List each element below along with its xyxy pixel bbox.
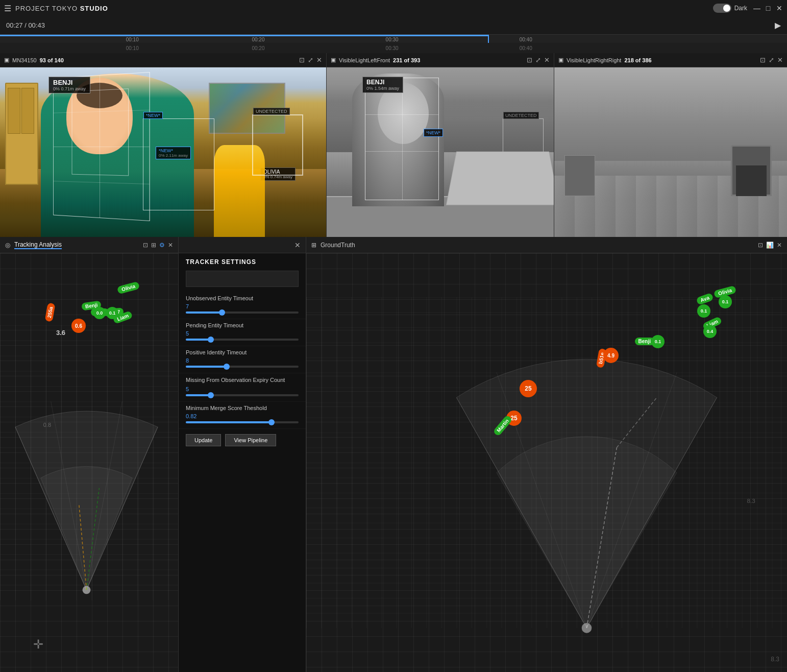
- main-camera-panel: ▣ MN34150 93 of 140 ⊡ ⤢ ✕: [0, 53, 327, 237]
- tracking-analysis-panel: ◎ Tracking Analysis ⊡ ⊞ ⚙ ✕: [0, 237, 179, 672]
- setting-unobserved: Unobserved Entity Timeout 7: [179, 292, 306, 319]
- entity-49-right: 4.9: [603, 348, 619, 363]
- gt-panel-header: ⊞ GroundTruth ⊡ 📊 ✕: [306, 237, 787, 253]
- left-cam-icon: ▣: [331, 57, 336, 63]
- pending-slider-track[interactable]: [186, 339, 299, 341]
- positive-label: Positive Identity Timeout: [186, 349, 299, 355]
- left-close-icon[interactable]: ✕: [544, 56, 550, 64]
- entity-01-right: 0.1: [719, 295, 732, 308]
- unobserved-label: Unobserved Entity Timeout: [186, 295, 299, 301]
- minimize-button[interactable]: —: [753, 5, 760, 12]
- main-camera-content: BENJI 0% 0.71m away *NEW* 0% 2.11m away …: [0, 67, 326, 237]
- merge-value: 0.82: [186, 413, 299, 419]
- tracking-settings-icon[interactable]: ⚙: [159, 242, 165, 249]
- scale-36: 3.6: [56, 329, 65, 337]
- svg-text:0.8: 0.8: [43, 422, 51, 428]
- current-timecode: 00:27 / 00:43: [6, 21, 45, 29]
- merge-slider-track[interactable]: [186, 421, 299, 423]
- left-camera-content: BENJI 0% 1.54m away UNDETECTED *NEW*: [327, 67, 554, 237]
- right-save-icon[interactable]: ⊡: [760, 56, 766, 64]
- update-button[interactable]: Update: [186, 434, 221, 446]
- gt-save-icon[interactable]: ⊡: [758, 242, 763, 249]
- undetected-box: UNDETECTED: [252, 114, 303, 176]
- ruler-mark-10: 00:10: [126, 37, 139, 42]
- ruler2-mark-40: 00:40: [520, 45, 532, 51]
- entity-25a-right: 25: [520, 380, 537, 397]
- main-cam-name: MN34150: [12, 57, 37, 63]
- tracking-panel-header: ◎ Tracking Analysis ⊡ ⊞ ⚙ ✕: [0, 237, 178, 253]
- setting-positive: Positive Identity Timeout 8: [179, 346, 306, 373]
- missing-slider-thumb[interactable]: [208, 392, 214, 398]
- merge-slider-thumb[interactable]: [268, 419, 275, 425]
- benji-bw-label: BENJI 0% 1.54m away: [362, 77, 403, 93]
- left-fullscreen-icon[interactable]: ⤢: [535, 56, 541, 64]
- positive-value: 8: [186, 357, 299, 364]
- pending-slider-fill: [186, 339, 211, 341]
- right-cam-frame: 218 of 386: [624, 57, 651, 63]
- close-button[interactable]: ✕: [776, 5, 783, 12]
- right-fullscreen-icon[interactable]: ⤢: [769, 56, 774, 64]
- unobserved-slider-fill: [186, 311, 222, 314]
- unobserved-slider-track[interactable]: [186, 311, 299, 314]
- close-panel-icon[interactable]: ✕: [316, 56, 322, 64]
- pending-slider-thumb[interactable]: [208, 337, 214, 343]
- play-button[interactable]: ▶: [775, 20, 781, 30]
- new-bw-label: *NEW*: [424, 129, 443, 137]
- timeline-top: 00:27 / 00:43 ▶: [0, 16, 787, 35]
- crosshair-icon: ✛: [33, 637, 43, 652]
- settings-preview-bar: [186, 271, 299, 287]
- setting-merge: Minimum Merge Score Theshold 0.82: [179, 402, 306, 429]
- svg-text:8.3: 8.3: [747, 497, 756, 504]
- gt-chart-icon[interactable]: 📊: [766, 242, 774, 249]
- tracking-grid-icon[interactable]: ⊞: [151, 242, 156, 249]
- main-camera-header: ▣ MN34150 93 of 140 ⊡ ⤢ ✕: [0, 53, 326, 67]
- right-camera-header: ▣ VisibleLightRightRight 218 of 386 ⊡ ⤢ …: [554, 53, 787, 67]
- positive-slider-thumb[interactable]: [224, 364, 230, 370]
- ruler-mark-30: 00:30: [386, 37, 399, 42]
- merge-slider-fill: [186, 421, 272, 423]
- settings-buttons: Update View Pipeline: [179, 429, 306, 451]
- missing-value: 5: [186, 386, 299, 392]
- left-camera-header: ▣ VisibleLightLeftFront 231 of 393 ⊡ ⤢ ✕: [327, 53, 554, 67]
- gt-icon: ⊞: [311, 242, 316, 249]
- right-cam-name: VisibleLightRightRight: [567, 57, 621, 63]
- entity-06-left: 0.6: [71, 319, 86, 333]
- dark-mode-toggle[interactable]: Dark: [713, 4, 747, 13]
- settings-close-button[interactable]: ✕: [294, 241, 301, 249]
- unobserved-slider-thumb[interactable]: [219, 309, 225, 316]
- right-close-icon[interactable]: ✕: [777, 56, 783, 64]
- positive-slider-track[interactable]: [186, 366, 299, 368]
- toggle-switch[interactable]: [713, 4, 731, 13]
- entity-01a-left: 0.1: [106, 307, 118, 319]
- positive-slider-fill: [186, 366, 227, 368]
- benji-detection-label: BENJI 0% 0.71m away: [48, 77, 90, 93]
- view-pipeline-button[interactable]: View Pipeline: [225, 434, 276, 446]
- setting-missing: Missing From Observation Expiry Count 5: [179, 373, 306, 402]
- left-save-icon[interactable]: ⊡: [527, 56, 532, 64]
- missing-slider-track[interactable]: [186, 394, 299, 396]
- save-frame-icon[interactable]: ⊡: [299, 56, 305, 64]
- timeline-ruler[interactable]: 00:10 00:20 00:30 00:40 ▼ 00:10 00:20 00…: [0, 35, 787, 53]
- tracking-close-icon[interactable]: ✕: [168, 242, 173, 249]
- maximize-button[interactable]: □: [765, 5, 772, 12]
- fullscreen-icon[interactable]: ⤢: [308, 56, 313, 64]
- setting-pending: Pending Entity Timeout 5: [179, 319, 306, 346]
- tracking-tab-label[interactable]: Tracking Analysis: [14, 241, 62, 249]
- settings-panel: ✕ TRACKER SETTINGS Unobserved Entity Tim…: [179, 237, 306, 672]
- bottom-area: ◎ Tracking Analysis ⊡ ⊞ ⚙ ✕: [0, 237, 787, 672]
- entity-04-right: 0.4: [703, 325, 717, 338]
- gt-tab-label[interactable]: GroundTruth: [321, 242, 355, 249]
- gt-close-icon[interactable]: ✕: [777, 242, 782, 249]
- unobserved-value: 7: [186, 303, 299, 309]
- tracking-icon: ◎: [5, 242, 10, 249]
- gt-radar-svg: 8.3: [306, 253, 787, 672]
- ruler2-mark-20: 00:20: [252, 45, 264, 51]
- right-camera-panel: ▣ VisibleLightRightRight 218 of 386 ⊡ ⤢ …: [554, 53, 787, 237]
- tracking-save-icon[interactable]: ⊡: [143, 242, 148, 249]
- entity-01b-right: 0.1: [697, 304, 710, 318]
- main-cam-frame: 93 of 140: [40, 57, 64, 63]
- merge-label: Minimum Merge Score Theshold: [186, 405, 299, 411]
- radar-svg: 0.8: [0, 253, 178, 672]
- main-cam-icon: ▣: [4, 57, 9, 63]
- hamburger-menu-icon[interactable]: ☰: [4, 4, 11, 13]
